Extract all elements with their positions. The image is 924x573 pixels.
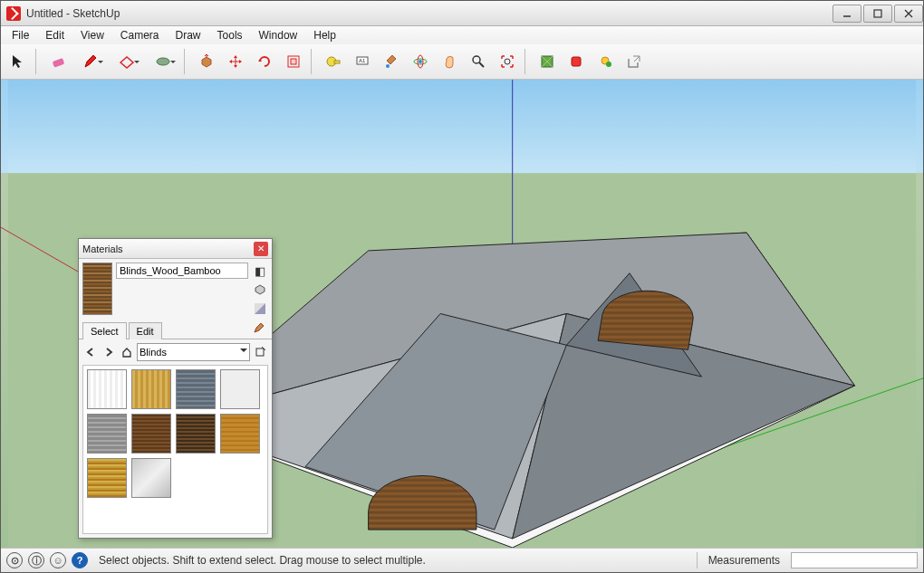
current-material-swatch[interactable]: [82, 263, 112, 315]
svg-point-20: [505, 59, 510, 64]
svg-point-18: [473, 56, 480, 63]
maximize-button[interactable]: [863, 5, 892, 23]
geo-icon[interactable]: ⊙: [6, 552, 23, 568]
menu-draw[interactable]: Draw: [168, 27, 208, 43]
rotate-tool-button[interactable]: [251, 48, 278, 75]
material-name-input[interactable]: [116, 263, 248, 279]
materials-tabs: Select Edit: [79, 320, 272, 339]
nav-home-button[interactable]: [119, 344, 135, 360]
details-button[interactable]: [252, 344, 268, 360]
materials-header[interactable]: Materials ✕: [79, 239, 272, 259]
materials-title: Materials: [82, 244, 254, 254]
swatch-8[interactable]: [87, 458, 127, 498]
nav-back-button[interactable]: [82, 344, 99, 360]
rectangle-tool-button[interactable]: [110, 48, 144, 75]
menu-tools[interactable]: Tools: [210, 27, 250, 43]
select-tool-button[interactable]: [5, 48, 32, 75]
default-material-button[interactable]: [252, 301, 268, 317]
pushpull-tool-button[interactable]: [193, 48, 220, 75]
app-window: Untitled - SketchUp File Edit View Camer…: [0, 0, 924, 573]
svg-point-14: [386, 64, 390, 68]
menu-edit[interactable]: Edit: [38, 27, 72, 43]
swatch-7[interactable]: [220, 414, 260, 454]
orbit-tool-button[interactable]: [407, 48, 434, 75]
menu-help[interactable]: Help: [306, 27, 343, 43]
swatch-3[interactable]: [220, 369, 260, 409]
measurements-label: Measurements: [703, 554, 785, 567]
paint-tool-button[interactable]: [378, 48, 405, 75]
tab-select[interactable]: Select: [82, 322, 127, 339]
nav-forward-button[interactable]: [101, 344, 117, 360]
export-button[interactable]: [621, 48, 648, 75]
offset-tool-button[interactable]: [280, 48, 307, 75]
svg-rect-9: [291, 59, 296, 64]
svg-rect-39: [256, 349, 264, 356]
close-button[interactable]: [894, 5, 923, 23]
materials-grid: [82, 365, 268, 534]
eyedropper-button[interactable]: [252, 320, 268, 337]
pencil-tool-button[interactable]: [73, 48, 108, 75]
swatch-2[interactable]: [176, 369, 216, 409]
app-icon: [6, 6, 21, 21]
credits-icon[interactable]: ⓘ: [28, 552, 44, 568]
svg-line-19: [479, 62, 484, 67]
swatch-0[interactable]: [87, 369, 127, 409]
swatch-5[interactable]: [131, 414, 171, 454]
pan-tool-button[interactable]: [436, 48, 463, 75]
swatch-6[interactable]: [176, 414, 216, 454]
display-secondary-button[interactable]: ◧: [252, 263, 268, 279]
add-location-button[interactable]: [592, 48, 619, 75]
text-tool-button[interactable]: A1: [349, 48, 376, 75]
menu-file[interactable]: File: [5, 27, 36, 43]
status-message: Select objects. Shift to extend select. …: [99, 554, 691, 567]
svg-rect-1: [874, 10, 881, 17]
help-icon[interactable]: ?: [72, 552, 88, 568]
tab-edit[interactable]: Edit: [129, 322, 162, 339]
category-value: Blinds: [140, 347, 167, 358]
eraser-tool-button[interactable]: [44, 48, 72, 75]
svg-point-17: [419, 60, 422, 63]
viewport[interactable]: Materials ✕ ◧ Select Edit: [1, 80, 923, 549]
materials-panel[interactable]: Materials ✕ ◧ Select Edit: [78, 238, 273, 539]
svg-point-5: [157, 58, 169, 65]
extension-button[interactable]: [563, 48, 590, 75]
menu-view[interactable]: View: [73, 27, 111, 43]
toolbar: A1: [1, 44, 923, 80]
user-icon[interactable]: ☺: [50, 552, 66, 568]
category-select[interactable]: Blinds: [137, 343, 250, 361]
zoom-tool-button[interactable]: [465, 48, 492, 75]
minimize-button[interactable]: [833, 5, 861, 23]
svg-text:A1: A1: [359, 58, 366, 63]
materials-close-button[interactable]: ✕: [254, 242, 268, 256]
swatch-9[interactable]: [131, 458, 171, 498]
zoom-extents-button[interactable]: [494, 48, 521, 75]
menubar: File Edit View Camera Draw Tools Window …: [1, 26, 923, 44]
titlebar: Untitled - SketchUp: [1, 1, 923, 26]
measurements-input[interactable]: [791, 552, 918, 568]
svg-point-24: [606, 62, 611, 67]
swatch-4[interactable]: [87, 414, 127, 454]
swatch-1[interactable]: [131, 369, 171, 409]
menu-window[interactable]: Window: [252, 27, 305, 43]
svg-rect-11: [334, 61, 340, 63]
tape-tool-button[interactable]: [320, 48, 347, 75]
warehouse-button[interactable]: [534, 48, 561, 75]
window-title: Untitled - SketchUp: [26, 7, 120, 20]
svg-rect-4: [53, 58, 65, 68]
menu-camera[interactable]: Camera: [113, 27, 167, 43]
svg-rect-25: [8, 80, 916, 173]
circle-tool-button[interactable]: [146, 48, 180, 75]
svg-rect-22: [572, 57, 581, 66]
statusbar: ⊙ ⓘ ☺ ? Select objects. Shift to extend …: [1, 549, 923, 572]
move-tool-button[interactable]: [222, 48, 249, 75]
create-material-button[interactable]: [252, 282, 268, 298]
